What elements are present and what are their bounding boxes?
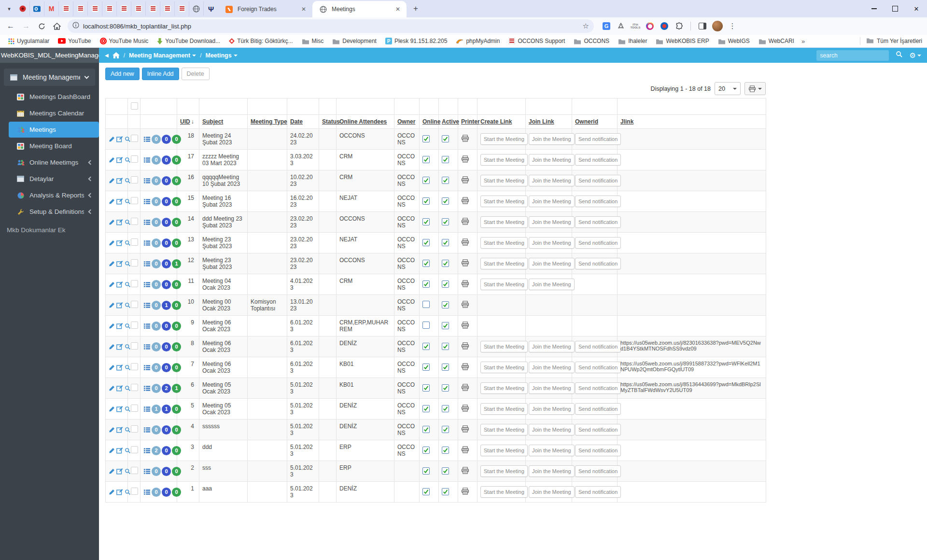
join-meeting-button[interactable]: Join the Meeting [529,279,575,290]
row-view-icon[interactable] [125,489,131,495]
active-checkbox[interactable] [442,301,449,308]
row-inline-edit-icon[interactable] [116,136,123,142]
row-select-checkbox[interactable] [131,155,138,163]
online-checkbox[interactable] [422,156,430,163]
start-meeting-button[interactable]: Start the Meeting [480,445,528,456]
printer-icon[interactable] [461,425,469,433]
row-list-icon[interactable] [143,239,151,247]
start-meeting-button[interactable]: Start the Meeting [480,175,528,186]
column-header-jlink[interactable]: Jlink [620,118,633,125]
webapp-pinned-tab[interactable] [59,1,73,16]
start-meeting-button[interactable]: Start the Meeting [480,465,528,477]
printer-icon[interactable] [461,238,469,246]
printer-icon[interactable] [461,197,469,204]
online-checkbox[interactable] [422,301,430,308]
row-select-checkbox[interactable] [131,467,138,474]
column-header-uid[interactable]: UID [180,118,190,125]
globe-pinned-tab[interactable] [189,1,204,16]
sidebar-item-mkb-dokumanlar-ek[interactable]: Mkb Dokumanlar Ek [0,226,99,234]
row-list-icon[interactable] [143,281,151,288]
printer-icon[interactable] [461,218,469,225]
new-tab-button[interactable]: + [409,2,422,15]
row-inline-edit-icon[interactable] [116,406,123,412]
join-meeting-button[interactable]: Join the Meeting [529,403,575,415]
row-select-checkbox[interactable] [131,425,138,433]
row-edit-icon[interactable] [109,323,115,329]
bookmark-youtube-download[interactable]: YouTube Download... [154,37,224,45]
sidebar-item-meetings-dashboard[interactable]: Meetings DashBoard [0,89,99,105]
bookmark-occons-support[interactable]: OCCONS Support [505,37,568,45]
tab-close-icon[interactable]: ✕ [300,5,308,13]
tab-foreign-trades[interactable]: Foreign Trades ✕ [218,1,312,17]
online-checkbox[interactable] [422,467,430,475]
row-inline-edit-icon[interactable] [116,302,123,308]
window-close-button[interactable]: ✕ [906,0,927,17]
red-dot-pinned-tab[interactable] [15,1,30,16]
row-list-icon[interactable] [143,322,151,330]
bookmark-star-icon[interactable]: ☆ [583,22,589,30]
join-meeting-button[interactable]: Join the Meeting [529,258,575,269]
row-edit-icon[interactable] [109,219,115,225]
window-minimize-button[interactable] [863,0,885,17]
row-inline-edit-icon[interactable] [116,177,123,184]
row-select-checkbox[interactable] [131,135,138,142]
delete-button[interactable]: Delete [182,68,210,80]
active-checkbox[interactable] [442,405,449,412]
row-edit-icon[interactable] [109,364,115,371]
row-list-icon[interactable] [143,198,151,205]
row-inline-edit-icon[interactable] [116,260,123,267]
profile-avatar[interactable] [712,21,723,31]
row-list-icon[interactable] [143,136,151,143]
join-meeting-button[interactable]: Join the Meeting [529,445,575,456]
join-meeting-button[interactable]: Join the Meeting [529,424,575,435]
tab-search-chevron-icon[interactable]: ▾ [3,2,15,15]
sidebar-item-meetings-calendar[interactable]: Meetings Calendar [0,105,99,121]
column-header-join[interactable]: Join Link [529,118,554,125]
tab-close-icon[interactable]: ✕ [394,5,402,13]
webapp-pinned-tab[interactable] [146,1,160,16]
row-list-icon[interactable] [143,406,151,413]
row-view-icon[interactable] [125,385,131,392]
row-select-checkbox[interactable] [131,488,138,495]
bookmark-youtube[interactable]: YouTube [55,37,94,45]
active-checkbox[interactable] [442,239,449,246]
row-view-icon[interactable] [125,281,131,288]
breadcrumb-meetings[interactable]: Meetings [206,52,238,59]
window-maximize-button[interactable] [885,0,906,17]
home-breadcrumb-icon[interactable] [112,52,120,58]
webapp-pinned-tab[interactable] [102,1,117,16]
row-select-checkbox[interactable] [131,259,138,266]
printer-icon[interactable] [461,488,469,495]
send-notification-button[interactable]: Send notification [575,133,621,145]
row-inline-edit-icon[interactable] [116,385,123,392]
row-view-icon[interactable] [125,240,131,246]
join-meeting-button[interactable]: Join the Meeting [529,196,575,207]
bookmark-youtube-music[interactable]: YouTube Music [97,37,152,45]
row-select-checkbox[interactable] [131,342,138,350]
row-list-icon[interactable] [143,385,151,392]
webapp-pinned-tab[interactable] [73,1,88,16]
column-header-online[interactable]: Online [422,118,440,125]
row-view-icon[interactable] [125,136,131,142]
join-meeting-button[interactable]: Join the Meeting [529,362,575,373]
row-view-icon[interactable] [125,344,131,350]
back-button[interactable]: ← [4,19,17,33]
row-view-icon[interactable] [125,468,131,475]
row-edit-icon[interactable] [109,344,115,350]
send-notification-button[interactable]: Send notification [575,486,621,498]
send-notification-button[interactable]: Send notification [575,341,621,352]
printer-icon[interactable] [461,384,469,391]
webapp-pinned-tab[interactable] [175,1,189,16]
gmail-pinned-tab[interactable]: M [44,1,59,16]
start-meeting-button[interactable]: Start the Meeting [480,382,528,394]
row-inline-edit-icon[interactable] [116,239,123,246]
start-meeting-button[interactable]: Start the Meeting [480,196,528,207]
row-inline-edit-icon[interactable] [116,343,123,350]
send-notification-button[interactable]: Send notification [575,403,621,415]
row-view-icon[interactable] [125,448,131,454]
row-edit-icon[interactable] [109,178,115,184]
side-panel-icon[interactable] [698,21,707,31]
column-header-owner[interactable]: Owner [397,118,415,125]
row-list-icon[interactable] [143,447,151,454]
row-edit-icon[interactable] [109,385,115,392]
